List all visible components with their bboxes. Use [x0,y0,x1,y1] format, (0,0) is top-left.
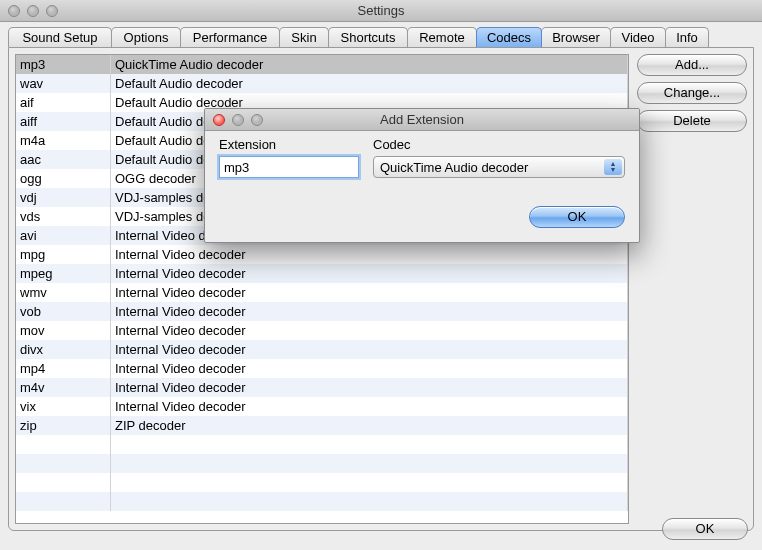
tab-sound-setup[interactable]: Sound Setup [8,27,112,47]
table-row [16,492,628,511]
ext-cell: mov [16,321,111,340]
close-icon[interactable] [213,114,225,126]
zoom-icon [251,114,263,126]
codec-cell: Internal Video decoder [111,397,628,416]
ext-cell: mp3 [16,55,111,74]
table-row[interactable]: movInternal Video decoder [16,321,628,340]
ext-cell: m4v [16,378,111,397]
codec-cell: Internal Video decoder [111,378,628,397]
dialog-title: Add Extension [205,112,639,127]
table-row [16,454,628,473]
table-row[interactable]: m4vInternal Video decoder [16,378,628,397]
ext-cell: avi [16,226,111,245]
tab-video[interactable]: Video [610,27,666,47]
codec-cell: ZIP decoder [111,416,628,435]
ext-cell: aiff [16,112,111,131]
table-row[interactable]: mp4Internal Video decoder [16,359,628,378]
dialog-traffic-lights [213,114,263,126]
codec-cell: Internal Video decoder [111,283,628,302]
chevron-up-down-icon: ▲▼ [604,159,622,175]
ext-cell: mp4 [16,359,111,378]
table-row[interactable]: mpegInternal Video decoder [16,264,628,283]
add-extension-dialog: Add Extension Extension Codec QuickTime … [204,108,640,243]
zoom-icon[interactable] [46,5,58,17]
minimize-icon [232,114,244,126]
table-row[interactable]: zipZIP decoder [16,416,628,435]
codec-cell: Internal Video decoder [111,321,628,340]
codec-select[interactable]: QuickTime Audio decoder ▲▼ [373,156,625,178]
tab-options[interactable]: Options [111,27,181,47]
tab-bar: Sound SetupOptionsPerformanceSkinShortcu… [8,27,754,47]
dialog-titlebar: Add Extension [205,109,639,131]
window-ok-button[interactable]: OK [662,518,748,540]
add-button[interactable]: Add... [637,54,747,76]
ext-cell: ogg [16,169,111,188]
table-row [16,473,628,492]
codec-cell: QuickTime Audio decoder [111,55,628,74]
minimize-icon[interactable] [27,5,39,17]
extension-group: Extension [219,137,359,178]
ext-cell: zip [16,416,111,435]
table-row[interactable]: divxInternal Video decoder [16,340,628,359]
extension-input[interactable] [219,156,359,178]
tab-browser[interactable]: Browser [541,27,611,47]
ext-cell: wav [16,74,111,93]
window-footer: OK [662,518,748,540]
ext-cell: divx [16,340,111,359]
ext-cell: mpg [16,245,111,264]
dialog-ok-button[interactable]: OK [529,206,625,228]
close-icon[interactable] [8,5,20,17]
ext-cell: vds [16,207,111,226]
table-row[interactable]: wmvInternal Video decoder [16,283,628,302]
table-row[interactable]: vobInternal Video decoder [16,302,628,321]
ext-cell: m4a [16,131,111,150]
ext-cell: vix [16,397,111,416]
tab-remote[interactable]: Remote [407,27,477,47]
tab-info[interactable]: Info [665,27,709,47]
codec-select-value: QuickTime Audio decoder [380,160,528,175]
ext-cell: wmv [16,283,111,302]
codec-cell: Internal Video decoder [111,264,628,283]
tab-skin[interactable]: Skin [279,27,329,47]
codec-cell: Internal Video decoder [111,245,628,264]
table-row [16,435,628,454]
tab-shortcuts[interactable]: Shortcuts [328,27,408,47]
table-row[interactable]: wavDefault Audio decoder [16,74,628,93]
ext-cell: aac [16,150,111,169]
ext-cell: vob [16,302,111,321]
table-row[interactable]: mp3QuickTime Audio decoder [16,55,628,74]
window-title: Settings [0,3,762,18]
codec-label: Codec [373,137,625,152]
codec-cell: Default Audio decoder [111,74,628,93]
ext-cell: vdj [16,188,111,207]
side-buttons: Add... Change... Delete [637,54,747,524]
codec-cell: Internal Video decoder [111,302,628,321]
ext-cell: mpeg [16,264,111,283]
extension-label: Extension [219,137,359,152]
ext-cell: aif [16,93,111,112]
codec-group: Codec QuickTime Audio decoder ▲▼ [373,137,625,178]
dialog-footer: OK [219,206,625,228]
traffic-lights [8,5,58,17]
delete-button[interactable]: Delete [637,110,747,132]
table-row[interactable]: mpgInternal Video decoder [16,245,628,264]
table-row[interactable]: vixInternal Video decoder [16,397,628,416]
window-titlebar: Settings [0,0,762,22]
codec-cell: Internal Video decoder [111,340,628,359]
codec-cell: Internal Video decoder [111,359,628,378]
tab-performance[interactable]: Performance [180,27,280,47]
change-button[interactable]: Change... [637,82,747,104]
dialog-body: Extension Codec QuickTime Audio decoder … [205,131,639,242]
tab-codecs[interactable]: Codecs [476,27,542,47]
